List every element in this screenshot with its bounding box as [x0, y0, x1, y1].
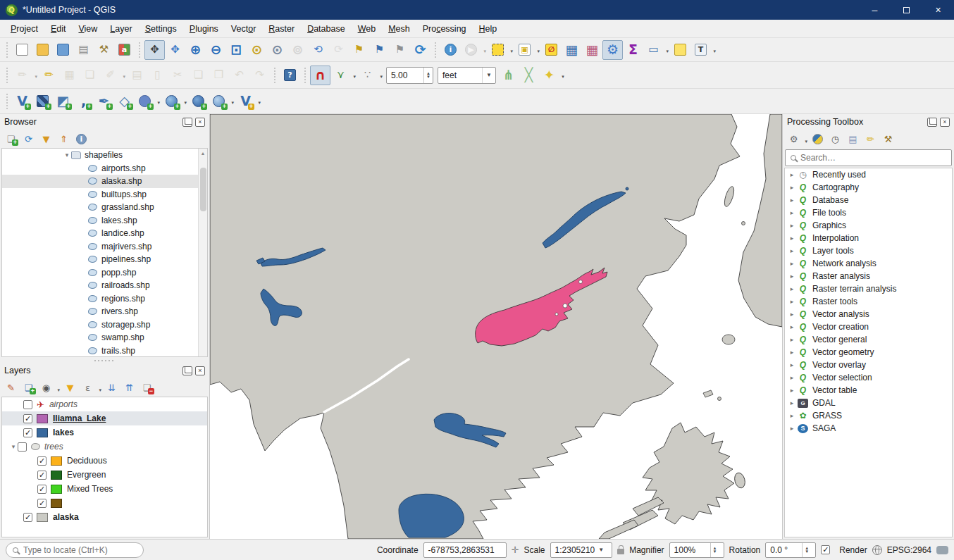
- browser-add-selected-layers-button[interactable]: ❏+: [2, 130, 20, 147]
- scroll-thumb[interactable]: [200, 168, 206, 211]
- processing-category-gdal[interactable]: ▸GGDAL: [785, 397, 952, 409]
- processing-category-recently-used[interactable]: ▸◷Recently used: [785, 168, 952, 181]
- layer-row-alaska[interactable]: ✓alaska: [2, 510, 207, 524]
- processing-category-file-tools[interactable]: ▸QFile tools: [785, 206, 952, 219]
- new-project-button[interactable]: [12, 40, 32, 60]
- expander-icon[interactable]: ▸: [788, 222, 796, 229]
- layer-row-airports[interactable]: ✈airports: [2, 397, 207, 411]
- refresh-map-button[interactable]: ⟳: [410, 40, 430, 60]
- add-delimited-text-layer-button[interactable]: ,+: [73, 92, 94, 111]
- processing-search[interactable]: [785, 149, 952, 166]
- menu-processing[interactable]: Processing: [416, 22, 473, 36]
- deselect-features-button[interactable]: ∅: [541, 40, 562, 60]
- processing-category-vector-selection[interactable]: ▸QVector selection: [785, 371, 952, 384]
- open-attribute-table-button[interactable]: ▦: [562, 40, 582, 60]
- layers-close-icon[interactable]: ×: [195, 366, 205, 375]
- processing-search-input[interactable]: [800, 153, 946, 163]
- enable-tracing-button[interactable]: ∵▾: [357, 66, 378, 85]
- processing-python-button[interactable]: [809, 130, 826, 147]
- expander-icon[interactable]: ▸: [788, 361, 796, 368]
- expand-all-button[interactable]: ⇊: [103, 379, 120, 396]
- processing-options-button[interactable]: ⚒: [879, 130, 897, 147]
- map-tips-button[interactable]: [670, 40, 690, 60]
- browser-file-row[interactable]: majrivers.shp: [2, 240, 207, 254]
- processing-category-raster-analysis[interactable]: ▸QRaster analysis: [785, 270, 952, 282]
- browser-file-row[interactable]: storagep.shp: [2, 318, 207, 332]
- open-layer-styling-button[interactable]: ✎: [2, 379, 20, 396]
- processing-category-vector-analysis[interactable]: ▸QVector analysis: [785, 308, 952, 321]
- dropdown-arrow-icon[interactable]: ▾: [123, 74, 125, 80]
- layer-row-trees[interactable]: ▾trees: [2, 440, 207, 454]
- expander-icon[interactable]: ▸: [788, 311, 796, 318]
- render-checkbox[interactable]: ✓: [821, 545, 830, 554]
- bookmark-manager-button[interactable]: ⚑: [390, 40, 410, 60]
- browser-file-row[interactable]: railroads.shp: [2, 279, 207, 292]
- snapping-mode-button[interactable]: ⋎▾: [330, 66, 351, 85]
- browser-file-row[interactable]: regions.shp: [2, 292, 207, 306]
- expander-icon[interactable]: ▸: [788, 298, 796, 305]
- layer-visibility-checkbox[interactable]: ✓: [23, 414, 32, 423]
- dropdown-arrow-icon[interactable]: ▾: [35, 74, 37, 80]
- processing-category-layer-tools[interactable]: ▸QLayer tools: [785, 244, 952, 257]
- browser-file-row[interactable]: builtups.shp: [2, 188, 207, 201]
- layer-row-lakes[interactable]: ✓lakes: [2, 425, 207, 440]
- filter-by-expression-button[interactable]: ε▾: [79, 379, 97, 396]
- scale-combo[interactable]: 1:2305210▼: [550, 542, 613, 558]
- processing-category-grass[interactable]: ▸✿GRASS: [785, 409, 952, 422]
- processing-models-button[interactable]: ⚙▾: [785, 130, 803, 147]
- processing-category-vector-general[interactable]: ▸QVector general: [785, 333, 952, 346]
- remove-layer-button[interactable]: ❏−: [138, 379, 156, 396]
- new-spatial-bookmark-button[interactable]: ⚑: [349, 40, 369, 60]
- browser-file-row[interactable]: rivers.shp: [2, 305, 207, 318]
- add-vector-layer-button[interactable]: V+: [12, 92, 32, 111]
- processing-tree[interactable]: ▸◷Recently used▸QCartography▸QDatabase▸Q…: [784, 168, 953, 537]
- layer-visibility-checkbox[interactable]: [18, 442, 27, 452]
- menu-vector[interactable]: Vector: [225, 22, 262, 36]
- zoom-last-button[interactable]: ⟲: [308, 40, 328, 60]
- add-postgis-layer-button[interactable]: +▾: [135, 92, 155, 111]
- new-print-layout-button[interactable]: ▤: [73, 40, 94, 60]
- pan-to-selection-button[interactable]: ✥: [165, 40, 185, 60]
- toggle-editing-button[interactable]: ✏: [39, 66, 59, 85]
- browser-file-row[interactable]: landice.shp: [2, 227, 207, 240]
- processing-category-interpolation[interactable]: ▸QInterpolation: [785, 232, 952, 244]
- menu-edit[interactable]: Edit: [44, 22, 73, 36]
- scroll-up-icon[interactable]: ▲: [201, 149, 206, 158]
- browser-folder-row[interactable]: ▾shapefiles: [2, 149, 207, 162]
- processing-history-button[interactable]: ◷: [826, 130, 844, 147]
- layout-manager-button[interactable]: ⚒: [94, 40, 114, 60]
- processing-category-raster-tools[interactable]: ▸QRaster tools: [785, 295, 952, 308]
- processing-category-cartography[interactable]: ▸QCartography: [785, 181, 952, 194]
- expander-icon[interactable]: ▸: [788, 235, 796, 242]
- expander-icon[interactable]: ▸: [788, 425, 796, 432]
- browser-tree[interactable]: ▾shapefilesairports.shpalaska.shpbuiltup…: [1, 148, 208, 357]
- measure-line-button[interactable]: ▭▾: [643, 40, 664, 60]
- crs-globe-icon[interactable]: [872, 545, 882, 555]
- zoom-to-selection-button[interactable]: ⊙: [247, 40, 267, 60]
- processing-category-saga[interactable]: ▸SSAGA: [785, 422, 952, 435]
- menu-view[interactable]: View: [72, 22, 104, 36]
- add-raster-layer-button[interactable]: +: [32, 92, 53, 111]
- dropdown-arrow-icon[interactable]: ▾: [805, 139, 807, 144]
- pan-map-button[interactable]: ✥: [144, 40, 165, 60]
- processing-category-database[interactable]: ▸QDatabase: [785, 194, 952, 206]
- locator-bar[interactable]: [6, 542, 144, 558]
- extents-icon[interactable]: ✛: [512, 545, 519, 555]
- minimize-button[interactable]: –: [859, 0, 891, 20]
- collapse-all-layers-button[interactable]: ⇈: [120, 379, 138, 396]
- expander-icon[interactable]: ▸: [788, 412, 796, 419]
- expander-icon[interactable]: ▸: [788, 387, 796, 394]
- processing-category-vector-overlay[interactable]: ▸QVector overlay: [785, 359, 952, 371]
- dropdown-arrow-icon[interactable]: ▾: [57, 387, 60, 393]
- dropdown-arrow-icon[interactable]: ▾: [380, 74, 383, 80]
- expander-icon[interactable]: ▸: [788, 247, 796, 254]
- dropdown-arrow-icon[interactable]: ▾: [713, 49, 716, 54]
- style-manager-button[interactable]: a: [114, 40, 135, 60]
- menu-mesh[interactable]: Mesh: [382, 22, 416, 36]
- magnifier-arrows-icon[interactable]: ▲▼: [710, 543, 719, 557]
- identify-features-button[interactable]: i: [440, 40, 461, 60]
- expander-icon[interactable]: ▸: [788, 260, 796, 267]
- add-mesh-layer-button[interactable]: ◩+: [53, 92, 73, 111]
- dropdown-arrow-icon[interactable]: ▾: [537, 49, 540, 54]
- layer-visibility-checkbox[interactable]: ✓: [37, 456, 47, 466]
